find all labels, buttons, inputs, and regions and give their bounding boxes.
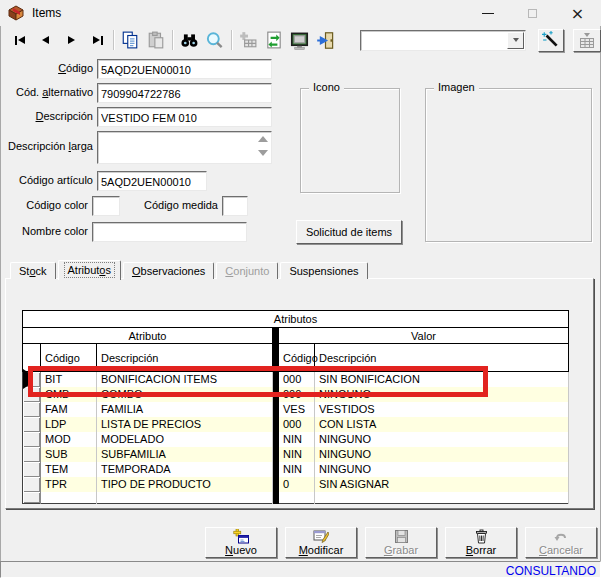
current-record-icon (23, 369, 29, 389)
tab-conjunto[interactable]: Conjunto (216, 262, 278, 279)
maximize-button[interactable] (510, 1, 555, 26)
wand-icon (542, 31, 560, 49)
toolbar-separator (231, 30, 232, 50)
scroll-up-icon[interactable] (258, 136, 268, 142)
grid-title: Atributos (23, 311, 569, 328)
exit-button[interactable] (312, 29, 338, 51)
tab-observaciones[interactable]: Observaciones (123, 262, 214, 279)
codigo-input[interactable] (97, 59, 272, 79)
combobox-dropdown-button[interactable] (507, 32, 524, 49)
solicitud-de-items-button[interactable]: Solicitud de items (296, 220, 402, 244)
copy-button[interactable] (117, 29, 143, 51)
tab-atributos[interactable]: Atributos (58, 260, 121, 280)
scroll-down-icon[interactable] (258, 150, 268, 156)
items-window: { "window": { "title": "Items", "app_ico… (0, 0, 601, 578)
grid-row-sub[interactable]: SUB SUBFAMILIA NIN NINGUNO (23, 447, 569, 462)
refresh-button[interactable] (261, 29, 287, 51)
indicator-column-header (23, 344, 41, 372)
grabar-button[interactable]: Grabar (365, 527, 437, 558)
grid-row-mod[interactable]: MOD MODELADO NIN NINGUNO (23, 432, 569, 447)
package-icon (7, 5, 25, 21)
grid-row-cmb[interactable]: CMB COMBO 000 NINGUNO (23, 387, 569, 402)
toolbar-separator (113, 30, 114, 50)
grid-row-fam[interactable]: FAM FAMILIA VES VESTIDOS (23, 402, 569, 417)
grid-row-ldp[interactable]: LDP LISTA DE PRECIOS 000 CON LISTA (23, 417, 569, 432)
icono-group-label: Icono (309, 81, 344, 93)
find-button[interactable] (176, 29, 202, 51)
grid-row-tpr[interactable]: TPR TIPO DE PRODUCTO 0 SIN ASIGNAR (23, 477, 569, 492)
save-icon (394, 529, 409, 544)
chevron-down-icon (584, 33, 590, 37)
codigo-color-label: Código color (0, 199, 88, 211)
record-combobox[interactable] (360, 30, 526, 51)
refresh-icon (265, 31, 283, 49)
add-record-icon (239, 31, 257, 49)
codigo-articulo-input[interactable] (97, 171, 207, 191)
tab-stock[interactable]: Stock (10, 262, 56, 279)
next-record-icon (68, 36, 75, 44)
close-button[interactable]: × (555, 1, 600, 26)
cod-alternativo-input[interactable] (97, 83, 272, 103)
status-text: CONSULTANDO (506, 564, 596, 578)
group-header-atributo: Atributo (23, 328, 273, 344)
codigo-medida-input[interactable] (222, 196, 248, 216)
chevron-down-icon (513, 38, 519, 42)
column-header-descripcion: Descripción (97, 344, 273, 372)
grid-row-tem[interactable]: TEM TEMPORADA NIN NINGUNO (23, 462, 569, 477)
last-record-icon (93, 36, 103, 45)
grid-dropdown-button[interactable] (573, 29, 601, 52)
last-record-button[interactable] (85, 29, 111, 51)
wand-button[interactable] (538, 29, 564, 52)
tab-strip: Stock Atributos Observaciones Conjunto S… (10, 260, 370, 279)
window-title: Items (32, 6, 61, 20)
nombre-color-input[interactable] (92, 222, 247, 242)
atributos-grid: Atributos Atributo Valor Código Descripc… (22, 310, 569, 504)
modificar-button[interactable]: Modificar (285, 527, 357, 558)
maximize-icon (528, 9, 537, 18)
next-record-button[interactable] (59, 29, 85, 51)
previous-record-button[interactable] (33, 29, 59, 51)
copy-icon (121, 31, 139, 49)
grid-dropdown-icon (580, 38, 594, 48)
toolbar-separator (172, 30, 173, 50)
zoom-icon (205, 31, 224, 50)
descripcion-larga-label: Descripción larga (0, 140, 93, 152)
grid-column-header-row: Código Descripción Código Descripción (23, 344, 569, 372)
codigo-medida-label: Código medida (130, 199, 218, 211)
codigo-color-input[interactable] (92, 196, 120, 216)
toolbar (0, 27, 601, 53)
icono-groupbox: Icono (300, 88, 400, 193)
column-header-valor-codigo: Código (279, 344, 315, 372)
nuevo-button[interactable]: Nuevo (205, 527, 277, 558)
cod-alternativo-label: Cód. alternativo (0, 86, 93, 98)
imagen-groupbox: Imagen (425, 88, 592, 242)
paste-button[interactable] (143, 29, 169, 51)
title-bar: Items × (0, 0, 601, 26)
add-record-button[interactable] (235, 29, 261, 51)
first-record-icon (15, 36, 25, 45)
codigo-articulo-label: Código artículo (0, 174, 93, 186)
exit-icon (316, 31, 335, 50)
find-icon (180, 31, 199, 49)
edit-record-icon (313, 529, 329, 544)
monitor-button[interactable] (287, 29, 313, 51)
tab-suspensiones[interactable]: Suspensiones (280, 262, 367, 279)
grid-row-bit[interactable]: BIT BONIFICACION ITEMS 000 SIN BONIFICAC… (23, 372, 569, 387)
current-record-indicator (23, 372, 41, 387)
borrar-button[interactable]: Borrar (445, 527, 517, 558)
first-record-button[interactable] (7, 29, 33, 51)
descripcion-label: Descripción (0, 110, 93, 122)
grid-row-empty[interactable] (23, 492, 569, 504)
undo-icon (553, 530, 569, 544)
descripcion-larga-input[interactable] (97, 131, 272, 164)
descripcion-input[interactable] (97, 107, 272, 127)
zoom-button[interactable] (202, 29, 228, 51)
column-header-codigo: Código (41, 344, 97, 372)
minimize-icon (482, 13, 494, 14)
nombre-color-label: Nombre color (0, 225, 88, 237)
grid-group-row: Atributo Valor (23, 328, 569, 344)
cancelar-button[interactable]: Cancelar (525, 527, 597, 558)
previous-record-icon (42, 36, 49, 44)
minimize-button[interactable] (465, 1, 510, 26)
status-bar: CONSULTANDO (0, 561, 601, 578)
